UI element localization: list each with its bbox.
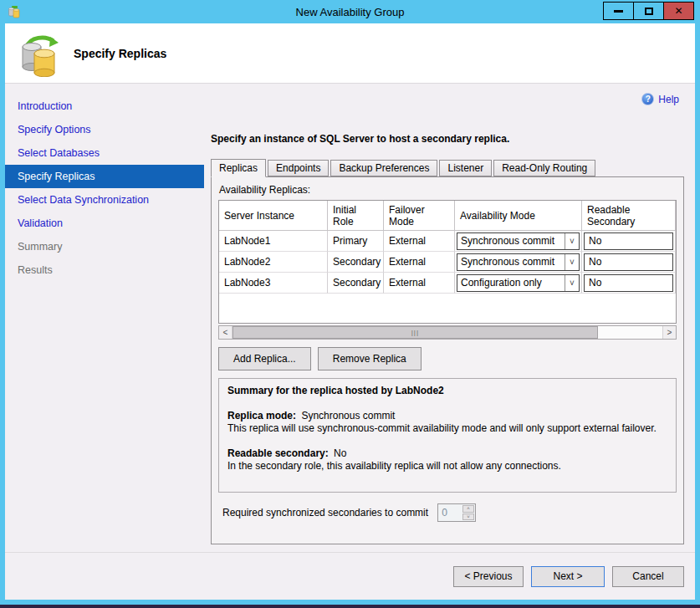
scrollbar-thumb[interactable]: ||| [232, 326, 598, 339]
column-header-availability-mode[interactable]: Availability Mode [455, 201, 582, 230]
scrollbar-track[interactable] [598, 326, 662, 339]
cell-availability-mode: Configuration only ˅ [455, 273, 582, 294]
column-header-failover-mode[interactable]: Failover Mode [384, 201, 455, 230]
dropdown-value: No [589, 277, 601, 289]
help-label: Help [658, 94, 679, 105]
sidebar-item-specify-replicas[interactable]: Specify Replicas [5, 165, 204, 188]
sidebar-item-label: Select Data Synchronization [18, 194, 149, 206]
tab-endpoints[interactable]: Endpoints [268, 160, 329, 176]
sidebar-item-label: Summary [18, 241, 62, 253]
app-database-icon [8, 5, 21, 18]
scroll-left-arrow-icon[interactable]: < [219, 326, 232, 339]
availability-mode-dropdown[interactable]: Configuration only ˅ [457, 274, 580, 292]
cell-failover-mode[interactable]: External [384, 273, 455, 294]
sidebar-item-label: Introduction [18, 100, 72, 112]
previous-button[interactable]: < Previous [453, 566, 524, 587]
replica-actions: Add Replica... Remove Replica [218, 347, 677, 370]
table-row[interactable]: LabNode3 Secondary External Configuratio… [219, 273, 676, 294]
cell-readable-secondary: No [582, 273, 676, 294]
sidebar-item-introduction[interactable]: Introduction [5, 95, 204, 118]
chevron-down-icon[interactable]: ˅ [565, 275, 579, 291]
remove-replica-button[interactable]: Remove Replica [318, 347, 422, 370]
horizontal-scrollbar[interactable]: < ||| > [218, 325, 677, 340]
tab-label: Endpoints [276, 162, 320, 174]
secondaries-spinner: 0 ˄ ˅ [437, 503, 476, 522]
column-header-server-instance[interactable]: Server Instance [219, 201, 328, 230]
scrollbar-grip-icon: ||| [411, 329, 419, 336]
maximize-icon [645, 8, 653, 15]
chevron-down-icon[interactable]: ˅ [565, 254, 579, 270]
sidebar-item-validation[interactable]: Validation [5, 212, 204, 235]
add-replica-button[interactable]: Add Replica... [218, 347, 311, 370]
cell-availability-mode: Synchronous commit ˅ [455, 231, 582, 252]
maximize-button[interactable] [633, 2, 664, 20]
dropdown-value: No [589, 235, 601, 247]
summary-title: Summary for the replica hosted by LabNod… [227, 385, 667, 397]
cell-readable-secondary: No [582, 252, 676, 273]
replica-mode-label: Replica mode: [227, 410, 296, 422]
availability-replicas-label: Availability Replicas: [219, 184, 677, 196]
replica-mode-description: This replica will use synchronous-commit… [227, 422, 667, 435]
sidebar-item-results: Results [5, 258, 204, 282]
help-icon: ? [641, 93, 654, 105]
readable-secondary-dropdown[interactable]: No [584, 232, 673, 250]
sidebar-item-select-data-synchronization[interactable]: Select Data Synchronization [5, 188, 204, 212]
wizard-steps-sidebar: Introduction Specify Options Select Data… [5, 84, 204, 552]
column-header-readable-secondary[interactable]: Readable Secondary [582, 201, 676, 230]
cell-server-instance[interactable]: LabNode3 [219, 273, 328, 294]
cell-readable-secondary: No [582, 231, 676, 252]
dialog-window: New Availability Group ✕ [0, 0, 700, 605]
close-button[interactable]: ✕ [663, 2, 694, 20]
cell-initial-role[interactable]: Primary [328, 231, 384, 252]
tab-backup-preferences[interactable]: Backup Preferences [330, 160, 437, 176]
readable-secondary-value: No [334, 447, 346, 459]
replica-summary-box: Summary for the replica hosted by LabNod… [218, 378, 677, 493]
cell-server-instance[interactable]: LabNode1 [219, 231, 328, 252]
instruction-text: Specify an instance of SQL Server to hos… [211, 84, 684, 145]
wizard-body: Introduction Specify Options Select Data… [5, 84, 695, 552]
minimize-button[interactable] [603, 2, 634, 20]
table-row[interactable]: LabNode1 Primary External Synchronous co… [219, 231, 676, 252]
tab-strip: Replicas Endpoints Backup Preferences Li… [211, 159, 684, 176]
sidebar-item-label: Specify Options [18, 124, 91, 135]
tab-read-only-routing[interactable]: Read-Only Routing [493, 160, 595, 176]
cell-failover-mode[interactable]: External [384, 231, 455, 252]
commit-setting-row: Required synchronized secondaries to com… [218, 503, 677, 522]
chevron-down-icon[interactable]: ˅ [565, 233, 579, 249]
summary-readable-secondary: Readable secondary: No In the secondary … [227, 447, 667, 473]
sidebar-item-label: Select Databases [18, 147, 100, 159]
sidebar-item-label: Specify Replicas [18, 171, 95, 182]
cell-failover-mode[interactable]: External [384, 252, 455, 273]
dropdown-value: Synchronous commit [457, 235, 565, 247]
cell-availability-mode: Synchronous commit ˅ [455, 252, 582, 273]
tab-listener[interactable]: Listener [439, 160, 492, 176]
availability-mode-dropdown[interactable]: Synchronous commit ˅ [457, 232, 580, 250]
grid-header-row: Server Instance Initial Role Failover Mo… [219, 201, 676, 231]
cell-initial-role[interactable]: Secondary [328, 252, 384, 273]
spinner-down-icon: ˅ [462, 513, 474, 521]
commit-setting-label: Required synchronized secondaries to com… [222, 507, 428, 519]
help-link[interactable]: ? Help [641, 93, 679, 105]
sidebar-item-label: Results [18, 264, 53, 276]
next-button[interactable]: Next > [531, 566, 605, 587]
cell-initial-role[interactable]: Secondary [328, 273, 384, 294]
tab-label: Backup Preferences [339, 162, 429, 174]
wizard-footer: < Previous Next > Cancel [5, 552, 695, 600]
readable-secondary-dropdown[interactable]: No [584, 253, 673, 271]
column-header-initial-role[interactable]: Initial Role [328, 201, 384, 230]
window-title: New Availability Group [296, 6, 405, 18]
page-title: Specify Replicas [74, 47, 166, 60]
scroll-right-arrow-icon[interactable]: > [662, 326, 676, 339]
readable-secondary-dropdown[interactable]: No [584, 274, 673, 292]
table-row[interactable]: LabNode2 Secondary External Synchronous … [219, 252, 676, 273]
availability-mode-dropdown[interactable]: Synchronous commit ˅ [457, 253, 580, 271]
main-content: ? Help Specify an instance of SQL Server… [204, 84, 695, 552]
dropdown-value: No [589, 256, 601, 268]
sidebar-item-select-databases[interactable]: Select Databases [5, 141, 204, 165]
dropdown-value: Synchronous commit [457, 256, 565, 268]
cancel-button[interactable]: Cancel [612, 566, 684, 587]
minimize-icon [614, 10, 623, 13]
tab-replicas[interactable]: Replicas [211, 159, 266, 177]
cell-server-instance[interactable]: LabNode2 [219, 252, 328, 273]
sidebar-item-specify-options[interactable]: Specify Options [5, 118, 204, 141]
